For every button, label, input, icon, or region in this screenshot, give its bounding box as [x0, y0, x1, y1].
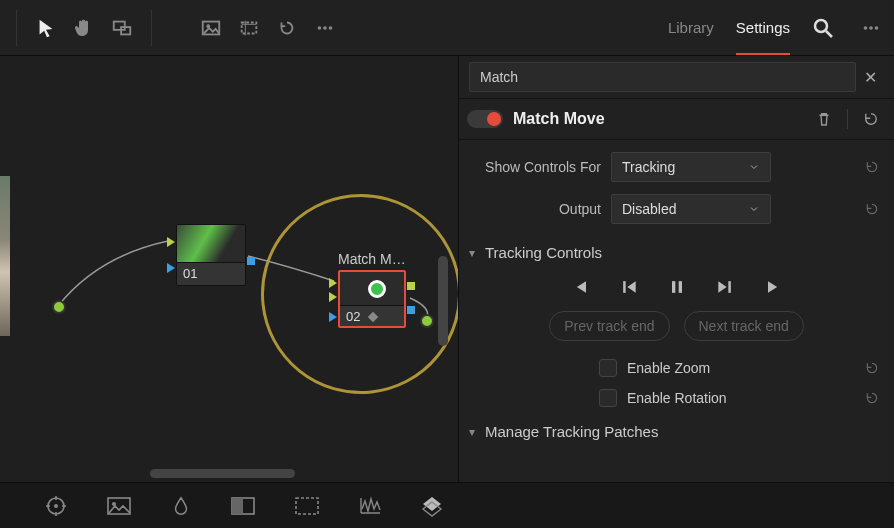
bottom-toolbar	[0, 482, 894, 528]
arrow-tool[interactable]	[27, 9, 65, 47]
settings-search-input[interactable]	[469, 62, 856, 92]
chevron-down-icon	[748, 161, 760, 173]
node-01-thumbnail	[177, 225, 245, 263]
trash-icon[interactable]	[815, 110, 833, 128]
clear-search-icon[interactable]: ✕	[856, 68, 884, 87]
history-tool[interactable]	[268, 9, 306, 47]
show-controls-label: Show Controls For	[473, 159, 601, 175]
image-tool[interactable]	[192, 9, 230, 47]
layers-diamond-icon[interactable]	[420, 494, 444, 518]
inspector-tabs: Library Settings	[660, 0, 798, 55]
svg-rect-0	[114, 21, 125, 29]
section-tracking-controls[interactable]: ▾ Tracking Controls	[459, 234, 894, 267]
panel-menu-icon[interactable]	[848, 17, 894, 39]
node-01[interactable]: 01	[176, 224, 246, 286]
show-controls-value: Tracking	[622, 159, 675, 175]
svg-rect-15	[678, 281, 681, 293]
tracker-marker-icon	[368, 280, 386, 298]
more-tools[interactable]	[306, 9, 344, 47]
keyframe-icon	[366, 310, 380, 324]
svg-rect-16	[728, 281, 731, 293]
tool-group-left	[0, 9, 344, 47]
node-enable-toggle[interactable]	[467, 110, 503, 128]
step-forward-button[interactable]	[715, 277, 735, 297]
node-graph[interactable]: 01 Match M… 02	[0, 56, 458, 482]
track-forward-button[interactable]	[763, 277, 783, 297]
node-02-input-y2[interactable]	[329, 292, 337, 302]
chevron-down-icon: ▾	[469, 246, 475, 260]
inspector-panel: ✕ Match Move Show Controls For Tracking	[458, 56, 894, 482]
next-track-end-button[interactable]: Next track end	[684, 311, 804, 341]
reset-show-controls-icon[interactable]	[864, 159, 880, 175]
playback-controls	[459, 267, 894, 311]
rect-select-tool[interactable]	[103, 9, 141, 47]
enable-rotation-label: Enable Rotation	[627, 390, 727, 406]
svg-point-12	[875, 26, 879, 30]
node-02-input-y1[interactable]	[329, 278, 337, 288]
crop-tool[interactable]	[230, 9, 268, 47]
node-01-input-b[interactable]	[167, 263, 175, 273]
node-title: Match Move	[513, 110, 605, 128]
top-right: Library Settings	[660, 0, 894, 55]
enable-rotation-checkbox[interactable]	[599, 389, 617, 407]
mask-rect-icon[interactable]	[294, 495, 320, 517]
graph-scrollbar-vertical[interactable]	[438, 256, 448, 346]
svg-rect-14	[672, 281, 675, 293]
svg-point-7	[329, 26, 333, 30]
node-02-footer: 02	[340, 306, 404, 327]
graph-endpoint-right[interactable]	[420, 314, 434, 328]
color-drop-icon[interactable]	[170, 495, 192, 517]
manage-patches-label: Manage Tracking Patches	[485, 423, 658, 440]
node-links	[38, 56, 458, 482]
node-01-output[interactable]	[247, 257, 255, 265]
output-dropdown[interactable]: Disabled	[611, 194, 771, 224]
prev-track-end-button[interactable]: Prev track end	[549, 311, 669, 341]
hand-tool[interactable]	[65, 9, 103, 47]
svg-point-5	[318, 26, 322, 30]
chevron-down-icon: ▾	[469, 425, 475, 439]
pause-button[interactable]	[667, 277, 687, 297]
graph-scrollbar-horizontal[interactable]	[150, 469, 295, 478]
step-back-button[interactable]	[619, 277, 639, 297]
svg-rect-13	[623, 281, 626, 293]
node-02-preview	[340, 272, 404, 306]
gradient-page-icon[interactable]	[230, 495, 256, 517]
tab-settings[interactable]: Settings	[736, 0, 790, 55]
node-02-label: 02	[346, 309, 360, 324]
node-01-input-y[interactable]	[167, 237, 175, 247]
graph-endpoint-left[interactable]	[52, 300, 66, 314]
svg-rect-23	[296, 498, 318, 514]
reset-all-icon[interactable]	[862, 110, 880, 128]
svg-point-10	[864, 26, 868, 30]
reset-rotation-icon[interactable]	[864, 390, 880, 406]
node-02-output-y[interactable]	[407, 282, 415, 290]
reset-zoom-icon[interactable]	[864, 360, 880, 376]
media-thumbnail-strip	[0, 176, 10, 336]
enable-zoom-checkbox[interactable]	[599, 359, 617, 377]
image-page-icon[interactable]	[106, 495, 132, 517]
node-02-input-b[interactable]	[329, 312, 337, 322]
svg-point-11	[869, 26, 873, 30]
output-label: Output	[473, 201, 601, 217]
svg-point-18	[54, 504, 58, 508]
node-01-label: 01	[177, 263, 245, 284]
svg-rect-22	[232, 498, 243, 514]
track-reverse-button[interactable]	[571, 277, 591, 297]
node-02[interactable]: 02	[338, 270, 406, 328]
reset-output-icon[interactable]	[864, 201, 880, 217]
curves-icon[interactable]	[358, 495, 382, 517]
node-02-output-b[interactable]	[407, 306, 415, 314]
chevron-down-icon	[748, 203, 760, 215]
enable-zoom-label: Enable Zoom	[627, 360, 710, 376]
search-icon[interactable]	[798, 16, 848, 40]
top-toolbar: Library Settings	[0, 0, 894, 56]
show-controls-dropdown[interactable]: Tracking	[611, 152, 771, 182]
svg-point-6	[323, 26, 327, 30]
section-manage-patches[interactable]: ▾ Manage Tracking Patches	[459, 413, 894, 446]
scope-target-icon[interactable]	[44, 494, 68, 518]
tab-library[interactable]: Library	[668, 0, 714, 55]
tracking-controls-label: Tracking Controls	[485, 244, 602, 261]
output-value: Disabled	[622, 201, 676, 217]
node-02-title: Match M…	[338, 251, 406, 267]
svg-line-9	[826, 31, 832, 37]
